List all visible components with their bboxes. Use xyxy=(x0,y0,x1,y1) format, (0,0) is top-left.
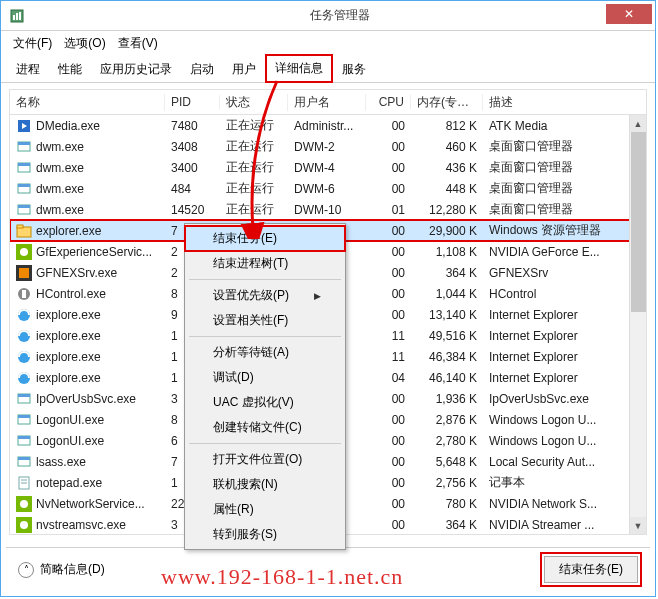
cm-sep xyxy=(189,336,341,337)
process-name: dwm.exe xyxy=(36,182,84,196)
col-desc[interactable]: 描述 xyxy=(483,94,623,111)
svg-rect-15 xyxy=(17,225,23,228)
chevron-right-icon: ▶ xyxy=(314,291,321,301)
process-name: explorer.exe xyxy=(36,224,101,238)
cm-create-dump[interactable]: 创建转储文件(C) xyxy=(185,415,345,440)
cell-desc: 桌面窗口管理器 xyxy=(483,201,623,218)
col-mem[interactable]: 内存(专用... xyxy=(411,94,483,111)
titlebar: 任务管理器 ✕ xyxy=(1,1,655,31)
scroll-up-icon[interactable]: ▲ xyxy=(630,115,646,132)
cell-status: 正在运行 xyxy=(220,138,288,155)
process-icon xyxy=(16,181,32,197)
cm-properties[interactable]: 属性(R) xyxy=(185,497,345,522)
cell-status: 正在运行 xyxy=(220,117,288,134)
cell-mem: 1,108 K xyxy=(411,245,483,259)
svg-rect-21 xyxy=(22,290,26,298)
table-row[interactable]: DMedia.exe7480正在运行Administr...00812 KATK… xyxy=(10,115,646,136)
col-pid[interactable]: PID xyxy=(165,95,220,109)
cm-set-affinity[interactable]: 设置相关性(F) xyxy=(185,308,345,333)
cm-end-task[interactable]: 结束任务(E) xyxy=(185,226,345,251)
process-icon xyxy=(16,286,32,302)
process-icon xyxy=(16,370,32,386)
chevron-up-icon: ˄ xyxy=(18,562,34,578)
menu-file[interactable]: 文件(F) xyxy=(9,33,56,54)
cell-mem: 780 K xyxy=(411,497,483,511)
end-task-button[interactable]: 结束任务(E) xyxy=(544,556,638,583)
scroll-down-icon[interactable]: ▼ xyxy=(630,517,646,534)
cell-cpu: 00 xyxy=(366,434,411,448)
cell-desc: Windows 资源管理器 xyxy=(483,222,623,239)
cell-mem: 460 K xyxy=(411,140,483,154)
cell-mem: 5,648 K xyxy=(411,455,483,469)
col-cpu[interactable]: CPU xyxy=(366,95,411,109)
process-name: GfExperienceServic... xyxy=(36,245,152,259)
scroll-thumb[interactable] xyxy=(631,132,646,312)
cm-debug[interactable]: 调试(D) xyxy=(185,365,345,390)
tab-performance[interactable]: 性能 xyxy=(49,56,91,82)
cm-search-online[interactable]: 联机搜索(N) xyxy=(185,472,345,497)
tab-details[interactable]: 详细信息 xyxy=(265,54,333,83)
cm-set-priority[interactable]: 设置优先级(P)▶ xyxy=(185,283,345,308)
tab-services[interactable]: 服务 xyxy=(333,56,375,82)
cm-end-tree[interactable]: 结束进程树(T) xyxy=(185,251,345,276)
cell-desc: Windows Logon U... xyxy=(483,434,623,448)
col-name[interactable]: 名称 xyxy=(10,94,165,111)
process-icon xyxy=(16,139,32,155)
svg-point-38 xyxy=(20,500,28,508)
table-row[interactable]: dwm.exe3408正在运行DWM-200460 K桌面窗口管理器 xyxy=(10,136,646,157)
col-user[interactable]: 用户名 xyxy=(288,94,366,111)
svg-rect-33 xyxy=(18,457,30,460)
cell-cpu: 00 xyxy=(366,308,411,322)
process-name: iexplore.exe xyxy=(36,329,101,343)
svg-rect-3 xyxy=(19,12,21,20)
cm-uac[interactable]: UAC 虚拟化(V) xyxy=(185,390,345,415)
process-icon xyxy=(16,265,32,281)
tab-processes[interactable]: 进程 xyxy=(7,56,49,82)
scrollbar[interactable]: ▲ ▼ xyxy=(629,115,646,534)
process-icon xyxy=(16,307,32,323)
menu-options[interactable]: 选项(O) xyxy=(60,33,109,54)
process-icon xyxy=(16,475,32,491)
cell-cpu: 00 xyxy=(366,119,411,133)
table-row[interactable]: dwm.exe3400正在运行DWM-400436 K桌面窗口管理器 xyxy=(10,157,646,178)
process-name: dwm.exe xyxy=(36,140,84,154)
cell-cpu: 00 xyxy=(366,266,411,280)
cell-mem: 2,756 K xyxy=(411,476,483,490)
menu-view[interactable]: 查看(V) xyxy=(114,33,162,54)
cell-user: DWM-4 xyxy=(288,161,366,175)
cm-goto-service[interactable]: 转到服务(S) xyxy=(185,522,345,547)
cell-desc: 桌面窗口管理器 xyxy=(483,180,623,197)
cell-desc: 桌面窗口管理器 xyxy=(483,159,623,176)
svg-rect-19 xyxy=(19,268,29,278)
col-status[interactable]: 状态 xyxy=(220,94,288,111)
cell-mem: 1,044 K xyxy=(411,287,483,301)
app-icon xyxy=(9,8,25,24)
table-row[interactable]: dwm.exe484正在运行DWM-600448 K桌面窗口管理器 xyxy=(10,178,646,199)
close-button[interactable]: ✕ xyxy=(606,4,652,24)
table-row[interactable]: dwm.exe14520正在运行DWM-100112,280 K桌面窗口管理器 xyxy=(10,199,646,220)
cell-cpu: 00 xyxy=(366,182,411,196)
cell-mem: 49,516 K xyxy=(411,329,483,343)
cm-analyze-wait[interactable]: 分析等待链(A) xyxy=(185,340,345,365)
cell-cpu: 00 xyxy=(366,392,411,406)
cell-cpu: 00 xyxy=(366,497,411,511)
tab-startup[interactable]: 启动 xyxy=(181,56,223,82)
process-icon xyxy=(16,223,32,239)
tab-users[interactable]: 用户 xyxy=(223,56,265,82)
column-headers[interactable]: 名称 PID 状态 用户名 CPU 内存(专用... 描述 xyxy=(9,89,647,115)
cell-mem: 2,780 K xyxy=(411,434,483,448)
cell-desc: ATK Media xyxy=(483,119,623,133)
cm-open-location[interactable]: 打开文件位置(O) xyxy=(185,447,345,472)
process-icon xyxy=(16,160,32,176)
process-name: nvstreamsvc.exe xyxy=(36,518,126,532)
cell-desc: NVIDIA Streamer ... xyxy=(483,518,623,532)
window-title: 任务管理器 xyxy=(25,7,655,24)
cell-cpu: 00 xyxy=(366,287,411,301)
cell-cpu: 00 xyxy=(366,455,411,469)
tab-apphistory[interactable]: 应用历史记录 xyxy=(91,56,181,82)
fewer-details[interactable]: ˄ 简略信息(D) xyxy=(18,561,105,578)
process-name: HControl.exe xyxy=(36,287,106,301)
cell-mem: 448 K xyxy=(411,182,483,196)
cell-desc: HControl xyxy=(483,287,623,301)
cell-mem: 364 K xyxy=(411,518,483,532)
